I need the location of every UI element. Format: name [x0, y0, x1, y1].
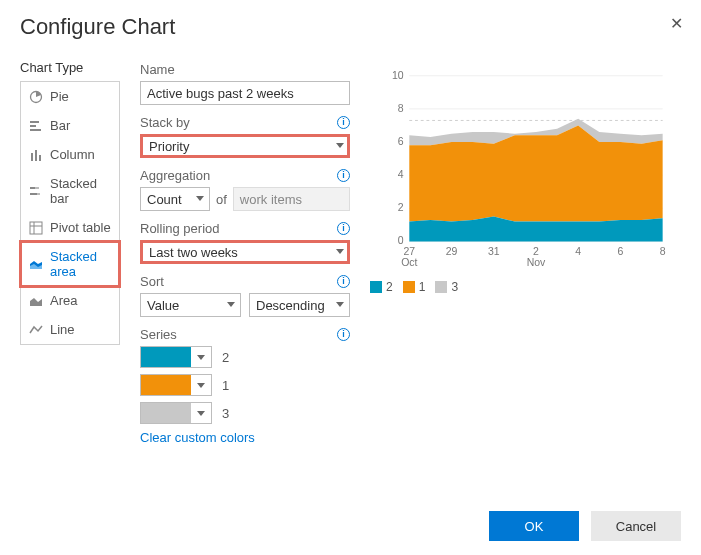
svg-text:Oct: Oct [401, 257, 417, 268]
stacked-bar-icon [29, 184, 43, 198]
configure-form: Name Stack by i Priority Aggregation i C… [140, 60, 350, 455]
series-row: 3 [140, 402, 350, 424]
svg-rect-5 [35, 150, 37, 161]
info-icon[interactable]: i [337, 328, 350, 341]
dialog-footer: OK Cancel [489, 511, 681, 541]
legend-item: 1 [403, 280, 426, 294]
svg-rect-3 [30, 129, 41, 131]
chart-type-label: Chart Type [20, 60, 120, 75]
svg-rect-2 [30, 125, 36, 127]
bar-icon [29, 119, 43, 133]
series-color-select[interactable] [140, 402, 212, 424]
sidebar-item-label: Pie [50, 89, 69, 104]
svg-rect-6 [39, 155, 41, 161]
svg-rect-10 [37, 193, 40, 195]
svg-text:6: 6 [618, 246, 624, 257]
sidebar-item-label: Stacked area [50, 249, 111, 279]
chart-legend: 213 [370, 280, 681, 294]
cancel-button[interactable]: Cancel [591, 511, 681, 541]
aggregation-field: work items [233, 187, 350, 211]
chart-type-area[interactable]: Area [21, 286, 119, 315]
svg-rect-4 [31, 153, 33, 161]
svg-text:4: 4 [575, 246, 581, 257]
rolling-period-label: Rolling period [140, 221, 220, 236]
svg-text:8: 8 [660, 246, 666, 257]
stacked-area-chart: 024681027Oct29312Nov468 [370, 70, 681, 270]
svg-text:8: 8 [398, 103, 404, 114]
chart-type-sidebar: Chart Type Pie Bar Column [20, 60, 120, 455]
svg-text:2: 2 [533, 246, 539, 257]
info-icon[interactable]: i [337, 169, 350, 182]
sidebar-item-label: Area [50, 293, 77, 308]
svg-rect-11 [30, 222, 42, 234]
aggregation-of: of [216, 192, 227, 207]
stacked-area-icon [29, 257, 43, 271]
stack-by-label: Stack by [140, 115, 190, 130]
svg-text:4: 4 [398, 169, 404, 180]
chart-type-line[interactable]: Line [21, 315, 119, 344]
column-icon [29, 148, 43, 162]
series-color-select[interactable] [140, 346, 212, 368]
ok-button[interactable]: OK [489, 511, 579, 541]
svg-text:29: 29 [446, 246, 458, 257]
sort-field-select[interactable]: Value [140, 293, 241, 317]
chart-type-stacked-area[interactable]: Stacked area [21, 242, 119, 286]
line-icon [29, 323, 43, 337]
sort-label: Sort [140, 274, 164, 289]
info-icon[interactable]: i [337, 222, 350, 235]
svg-text:27: 27 [403, 246, 415, 257]
sidebar-item-label: Bar [50, 118, 70, 133]
svg-text:Nov: Nov [527, 257, 546, 268]
chart-type-pivot-table[interactable]: Pivot table [21, 213, 119, 242]
sidebar-item-label: Stacked bar [50, 176, 111, 206]
pie-icon [29, 90, 43, 104]
info-icon[interactable]: i [337, 275, 350, 288]
sidebar-item-label: Pivot table [50, 220, 111, 235]
svg-rect-7 [30, 187, 35, 189]
svg-text:2: 2 [398, 202, 404, 213]
svg-text:0: 0 [398, 235, 404, 246]
info-icon[interactable]: i [337, 116, 350, 129]
series-row: 1 [140, 374, 350, 396]
name-input[interactable] [140, 81, 350, 105]
aggregation-label: Aggregation [140, 168, 210, 183]
series-label: Series [140, 327, 177, 342]
chart-type-stacked-bar[interactable]: Stacked bar [21, 169, 119, 213]
name-label: Name [140, 62, 175, 77]
sidebar-item-label: Line [50, 322, 75, 337]
pivot-table-icon [29, 221, 43, 235]
chart-type-list: Pie Bar Column Stacked bar [20, 81, 120, 345]
sidebar-item-label: Column [50, 147, 95, 162]
svg-rect-1 [30, 121, 39, 123]
sort-direction-select[interactable]: Descending [249, 293, 350, 317]
rolling-period-select[interactable]: Last two weeks [140, 240, 350, 264]
svg-rect-9 [30, 193, 37, 195]
chart-type-column[interactable]: Column [21, 140, 119, 169]
svg-text:10: 10 [392, 70, 404, 81]
series-color-select[interactable] [140, 374, 212, 396]
legend-item: 3 [435, 280, 458, 294]
svg-rect-8 [35, 187, 39, 189]
series-label: 1 [222, 378, 229, 393]
area-icon [29, 294, 43, 308]
stack-by-select[interactable]: Priority [140, 134, 350, 158]
series-label: 2 [222, 350, 229, 365]
legend-item: 2 [370, 280, 393, 294]
clear-custom-colors-link[interactable]: Clear custom colors [140, 430, 255, 445]
dialog-title: Configure Chart [20, 14, 681, 40]
close-button[interactable]: ✕ [666, 10, 687, 37]
svg-text:31: 31 [488, 246, 500, 257]
series-label: 3 [222, 406, 229, 421]
aggregation-select[interactable]: Count [140, 187, 210, 211]
svg-text:6: 6 [398, 136, 404, 147]
chart-type-bar[interactable]: Bar [21, 111, 119, 140]
series-row: 2 [140, 346, 350, 368]
chart-preview: 024681027Oct29312Nov468 213 [370, 60, 681, 455]
chart-type-pie[interactable]: Pie [21, 82, 119, 111]
